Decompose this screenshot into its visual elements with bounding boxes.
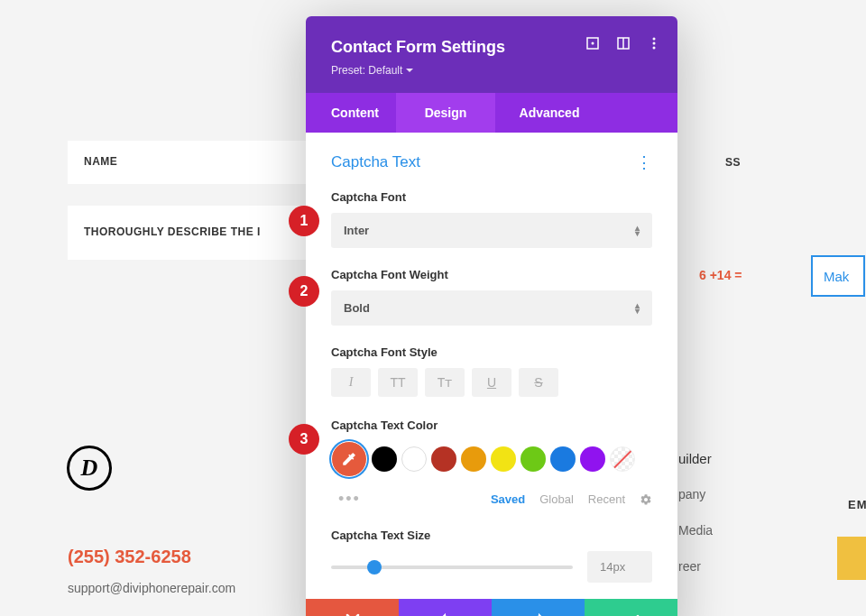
chevron-down-icon [406, 69, 413, 73]
modal-header: Contact Form Settings Preset: Default [306, 16, 677, 93]
swatch-yellow[interactable] [491, 446, 516, 472]
font-style-row: I TT Tᴛ U S [331, 368, 652, 397]
select-arrows-icon: ▴▾ [635, 303, 640, 314]
color-swatch-row [331, 441, 652, 477]
captcha-style-label: Captcha Font Style [331, 345, 652, 359]
swatch-darkred[interactable] [431, 446, 456, 472]
smallcaps-button[interactable]: Tᴛ [425, 368, 465, 397]
company-link-fragment[interactable]: pany [678, 487, 705, 501]
color-settings-icon[interactable] [640, 493, 652, 506]
svg-point-5 [653, 42, 656, 45]
uppercase-button[interactable]: TT [378, 368, 418, 397]
section-options-icon[interactable]: ⋮ [636, 152, 652, 172]
make-button-fragment[interactable]: Mak [811, 255, 865, 297]
size-slider[interactable] [331, 565, 573, 569]
captcha-equation: 6 +14 = [699, 268, 742, 282]
expand-icon[interactable] [585, 36, 600, 51]
svg-point-4 [653, 38, 656, 41]
captcha-font-label: Captcha Font [331, 190, 652, 204]
responsive-icon[interactable] [616, 36, 631, 51]
svg-point-6 [653, 47, 656, 50]
em-label-fragment: EM [848, 498, 866, 511]
support-email: support@diviphonerepair.com [68, 581, 235, 595]
size-slider-thumb[interactable] [367, 560, 382, 575]
color-tab-recent[interactable]: Recent [588, 492, 625, 506]
swatch-none[interactable] [610, 446, 635, 472]
preset-label: Preset: Default [331, 64, 402, 77]
section-title-captcha-text[interactable]: Captcha Text [331, 153, 420, 171]
yellow-box-fragment [837, 537, 866, 580]
color-tab-saved[interactable]: Saved [491, 492, 525, 506]
redo-icon [530, 612, 547, 616]
more-icon[interactable] [647, 36, 661, 51]
career-link-fragment[interactable]: reer [678, 559, 701, 574]
size-input[interactable]: 14px [587, 551, 652, 583]
modal-tabs: Content Design Advanced [306, 93, 677, 133]
save-button[interactable] [585, 599, 677, 616]
tab-content[interactable]: Content [306, 93, 396, 133]
captcha-weight-value: Bold [344, 301, 370, 315]
cancel-button[interactable] [306, 599, 399, 616]
select-arrows-icon: ▴▾ [635, 225, 640, 236]
color-picker-swatch[interactable] [331, 441, 367, 477]
phone-number: (255) 352-6258 [68, 547, 191, 567]
swatch-blue[interactable] [550, 446, 576, 472]
captcha-font-value: Inter [344, 224, 369, 237]
captcha-size-label: Captcha Text Size [331, 529, 652, 542]
undo-button[interactable] [399, 599, 492, 616]
media-link-fragment[interactable]: Media [678, 523, 713, 538]
redo-button[interactable] [492, 599, 585, 616]
name-input[interactable]: NAME [68, 141, 320, 184]
divi-logo: D [67, 446, 112, 491]
callout-badge-3: 3 [289, 424, 319, 455]
eyedropper-icon [341, 451, 357, 467]
undo-icon [438, 612, 454, 616]
modal-footer [306, 599, 677, 616]
captcha-color-label: Captcha Text Color [331, 418, 652, 432]
description-input[interactable]: THOROUGHLY DESCRIBE THE I [68, 206, 320, 260]
swatch-green[interactable] [521, 446, 546, 472]
svg-point-1 [592, 42, 594, 45]
captcha-weight-select[interactable]: Bold ▴▾ [331, 290, 652, 326]
tab-advanced[interactable]: Advanced [495, 93, 603, 133]
address-label-fragment: SS [725, 156, 741, 169]
tab-design[interactable]: Design [396, 93, 495, 133]
preset-selector[interactable]: Preset: Default [331, 64, 652, 77]
more-swatches-button[interactable]: ••• [331, 490, 361, 509]
swatch-purple[interactable] [580, 446, 605, 472]
swatch-black[interactable] [372, 446, 397, 472]
builder-text-fragment: uilder [678, 451, 712, 466]
color-tab-global[interactable]: Global [539, 492, 574, 506]
italic-button[interactable]: I [331, 368, 371, 397]
callout-badge-2: 2 [289, 276, 319, 307]
modal-body: Captcha Text ⋮ Captcha Font Inter ▴▾ Cap… [306, 133, 677, 599]
strikethrough-button[interactable]: S [519, 368, 558, 397]
captcha-font-select[interactable]: Inter ▴▾ [331, 213, 652, 248]
underline-button[interactable]: U [472, 368, 511, 397]
swatch-white[interactable] [401, 446, 427, 472]
captcha-weight-label: Captcha Font Weight [331, 268, 652, 281]
swatch-orange[interactable] [461, 446, 486, 472]
contact-form-settings-modal: Contact Form Settings Preset: Default Co… [306, 16, 677, 616]
callout-badge-1: 1 [289, 206, 319, 236]
